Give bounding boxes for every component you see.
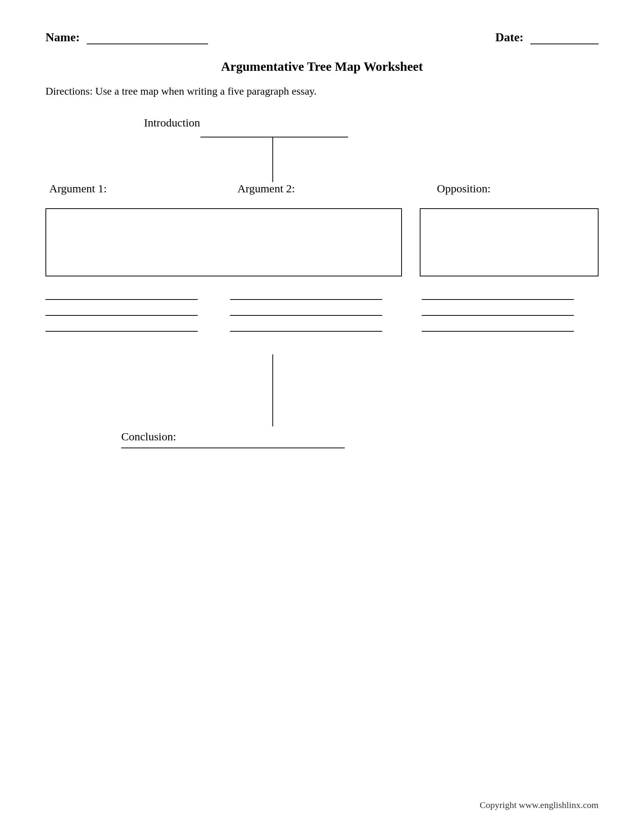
opp-line-3 bbox=[422, 331, 574, 332]
boxes-row bbox=[45, 208, 599, 277]
opposition-label: Opposition: bbox=[414, 182, 599, 195]
argument2-label: Argument 2: bbox=[230, 182, 414, 195]
page: Name: Date: Argumentative Tree Map Works… bbox=[0, 0, 644, 833]
introduction-label: Introduction bbox=[144, 116, 200, 129]
arg2-line-1 bbox=[230, 299, 382, 300]
opposition-box bbox=[420, 208, 599, 277]
argument1-label: Argument 1: bbox=[45, 182, 230, 195]
arg1-line-1 bbox=[45, 299, 198, 300]
tree-map: Introduction Argument 1: Argument 2: Opp… bbox=[45, 116, 599, 448]
arg2-detail-lines bbox=[222, 299, 407, 347]
date-label: Date: bbox=[495, 30, 523, 44]
arg2-line-3 bbox=[230, 331, 382, 332]
argument2-box bbox=[224, 208, 402, 277]
opp-line-1 bbox=[422, 299, 574, 300]
arg2-line-2 bbox=[230, 315, 382, 316]
conclusion-label: Conclusion: bbox=[121, 430, 599, 443]
opposition-column: Opposition: bbox=[414, 182, 599, 201]
name-field: Name: bbox=[45, 30, 208, 44]
name-label: Name: bbox=[45, 30, 80, 44]
spacer1 bbox=[402, 208, 420, 277]
arguments-section: Argument 1: Argument 2: Opposition: bbox=[45, 182, 599, 201]
date-line bbox=[530, 43, 599, 44]
opp-detail-lines bbox=[406, 299, 599, 347]
intro-stem-area bbox=[45, 137, 599, 182]
arg1-detail-lines bbox=[45, 299, 222, 347]
vertical-trunk-line bbox=[272, 137, 273, 182]
directions-text: Directions: Use a tree map when writing … bbox=[45, 85, 599, 97]
date-field: Date: bbox=[495, 30, 599, 44]
name-line bbox=[87, 43, 208, 44]
introduction-section: Introduction bbox=[45, 116, 599, 129]
conclusion-area: Conclusion: bbox=[45, 354, 599, 448]
opp-line-2 bbox=[422, 315, 574, 316]
argument1-column: Argument 1: bbox=[45, 182, 230, 201]
conclusion-stem-line bbox=[272, 354, 273, 426]
arg1-line-2 bbox=[45, 315, 198, 316]
arg1-line-3 bbox=[45, 331, 198, 332]
header-row: Name: Date: bbox=[45, 30, 599, 44]
conclusion-underline bbox=[121, 447, 345, 448]
copyright-text: Copyright www.englishlinx.com bbox=[480, 800, 599, 810]
argument1-box bbox=[45, 208, 224, 277]
horizontal-branch-line bbox=[200, 137, 348, 137]
worksheet-title: Argumentative Tree Map Worksheet bbox=[45, 60, 599, 74]
detail-lines-section bbox=[45, 299, 599, 347]
argument2-column: Argument 2: bbox=[230, 182, 414, 201]
